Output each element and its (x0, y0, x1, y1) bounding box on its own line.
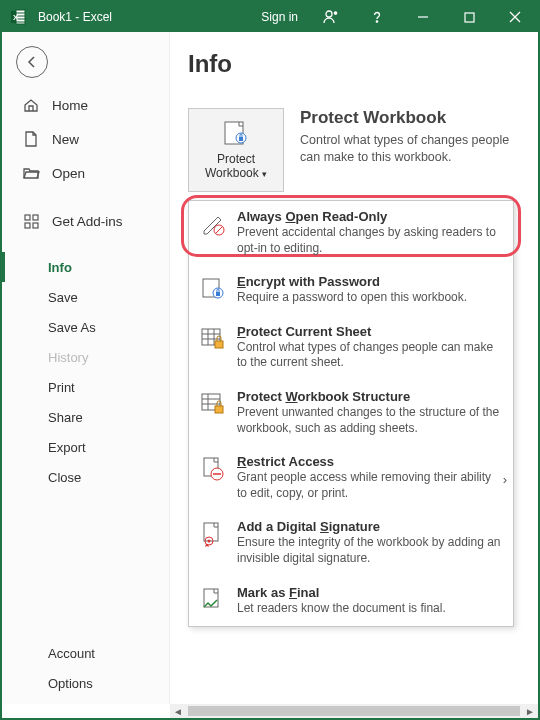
menu-item-title: Encrypt with Password (237, 274, 503, 289)
nav-label: Home (52, 98, 88, 113)
page-title: Info (188, 50, 526, 78)
digital-signature-icon (199, 519, 227, 566)
menu-protect-current-sheet[interactable]: Protect Current SheetControl what types … (189, 316, 513, 381)
svg-rect-25 (216, 292, 220, 296)
menu-item-desc: Prevent accidental changes by asking rea… (237, 225, 503, 256)
sign-in-button[interactable]: Sign in (251, 10, 308, 24)
nav-options[interactable]: Options (2, 668, 169, 698)
title-bar: X Book1 - Excel Sign in (2, 2, 538, 32)
menu-item-desc: Ensure the integrity of the workbook by … (237, 535, 503, 566)
menu-item-title: Protect Workbook Structure (237, 389, 503, 404)
nav-new[interactable]: New (2, 122, 169, 156)
svg-rect-36 (215, 406, 223, 413)
read-only-icon (199, 209, 227, 256)
home-icon (22, 97, 40, 113)
menu-item-desc: Prevent unwanted changes to the structur… (237, 405, 503, 436)
menu-protect-workbook-structure[interactable]: Protect Workbook StructurePrevent unwant… (189, 381, 513, 446)
svg-point-8 (334, 12, 336, 14)
help-icon[interactable] (354, 2, 400, 32)
nav-save-as[interactable]: Save As (2, 312, 169, 342)
submenu-arrow-icon: › (503, 471, 507, 486)
svg-text:X: X (13, 13, 19, 22)
svg-rect-16 (25, 223, 30, 228)
protect-sheet-icon (199, 324, 227, 371)
svg-rect-11 (465, 13, 474, 22)
nav-save[interactable]: Save (2, 282, 169, 312)
nav-home[interactable]: Home (2, 88, 169, 122)
scroll-right-arrow[interactable]: ► (522, 706, 538, 717)
menu-restrict-access[interactable]: Restrict AccessGrant people access while… (189, 446, 513, 511)
scrollbar-track[interactable] (186, 704, 522, 718)
svg-point-42 (208, 540, 211, 543)
nav-history: History (2, 342, 169, 372)
nav-label: Print (48, 380, 75, 395)
nav-open[interactable]: Open (2, 156, 169, 190)
nav-account[interactable]: Account (2, 638, 169, 668)
menu-encrypt-with-password[interactable]: Encrypt with PasswordRequire a password … (189, 266, 513, 316)
mark-final-icon (199, 585, 227, 617)
menu-item-title: Always Open Read-Only (237, 209, 503, 224)
menu-mark-as-final[interactable]: Mark as FinalLet readers know the docume… (189, 577, 513, 627)
svg-point-9 (376, 21, 377, 22)
nav-label: Save As (48, 320, 96, 335)
nav-close[interactable]: Close (2, 462, 169, 492)
menu-item-desc: Control what types of changes people can… (237, 340, 503, 371)
nav-label: History (48, 350, 88, 365)
scroll-left-arrow[interactable]: ◄ (170, 706, 186, 717)
protect-workbook-menu: Always Open Read-OnlyPrevent accidental … (188, 200, 514, 627)
close-button[interactable] (492, 2, 538, 32)
nav-label: Info (48, 260, 72, 275)
menu-item-desc: Grant people access while removing their… (237, 470, 503, 501)
nav-label: Close (48, 470, 81, 485)
svg-rect-31 (215, 341, 223, 348)
menu-add-digital-signature[interactable]: Add a Digital SignatureEnsure the integr… (189, 511, 513, 576)
nav-label: Get Add-ins (52, 214, 123, 229)
restrict-access-icon (199, 454, 227, 501)
back-button[interactable] (16, 46, 48, 78)
nav-get-addins[interactable]: Get Add-ins (2, 204, 169, 238)
svg-rect-17 (33, 223, 38, 228)
open-icon (22, 166, 40, 180)
nav-label: Save (48, 290, 78, 305)
nav-share[interactable]: Share (2, 402, 169, 432)
protect-workbook-icon (221, 120, 251, 148)
nav-label: Share (48, 410, 83, 425)
nav-label: Options (48, 676, 93, 691)
account-manager-icon[interactable] (308, 2, 354, 32)
menu-item-title: Restrict Access (237, 454, 503, 469)
protect-workbook-button[interactable]: ProtectWorkbook ▾ (188, 108, 284, 192)
nav-print[interactable]: Print (2, 372, 169, 402)
nav-label: New (52, 132, 79, 147)
excel-icon: X (2, 9, 34, 25)
chevron-down-icon: ▾ (262, 169, 267, 179)
horizontal-scrollbar[interactable]: ◄ ► (170, 704, 538, 718)
encrypt-icon (199, 274, 227, 306)
svg-rect-15 (33, 215, 38, 220)
window-title: Book1 - Excel (38, 10, 112, 24)
nav-label: Open (52, 166, 85, 181)
svg-rect-14 (25, 215, 30, 220)
nav-export[interactable]: Export (2, 432, 169, 462)
maximize-button[interactable] (446, 2, 492, 32)
backstage-sidebar: Home New Open Get Add-ins Info Save Save… (2, 32, 170, 704)
protect-button-label-1: Protect (217, 152, 255, 166)
protect-desc: Control what types of changes people can… (300, 132, 510, 166)
protect-heading: Protect Workbook (300, 108, 510, 128)
menu-item-title: Mark as Final (237, 585, 503, 600)
menu-item-desc: Let readers know the document is final. (237, 601, 503, 617)
svg-rect-20 (239, 137, 243, 141)
menu-item-title: Protect Current Sheet (237, 324, 503, 339)
scrollbar-thumb[interactable] (188, 706, 520, 716)
minimize-button[interactable] (400, 2, 446, 32)
menu-item-title: Add a Digital Signature (237, 519, 503, 534)
nav-info[interactable]: Info (2, 252, 169, 282)
nav-label: Account (48, 646, 95, 661)
main-pane: Info ProtectWorkbook ▾ Protect Workbook … (170, 32, 538, 704)
menu-always-open-read-only[interactable]: Always Open Read-OnlyPrevent accidental … (189, 201, 513, 266)
svg-point-7 (326, 11, 332, 17)
addins-icon (22, 214, 40, 229)
new-icon (22, 131, 40, 147)
protect-button-label-2: Workbook (205, 166, 259, 180)
protect-structure-icon (199, 389, 227, 436)
nav-label: Export (48, 440, 86, 455)
